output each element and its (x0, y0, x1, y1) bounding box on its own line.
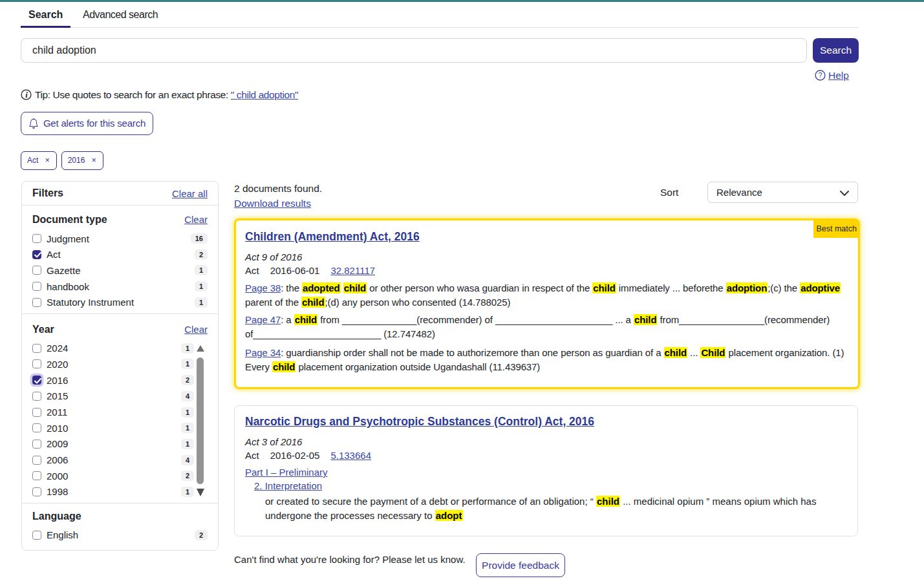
svg-text:?: ? (818, 71, 822, 79)
svg-text:i: i (25, 90, 28, 100)
